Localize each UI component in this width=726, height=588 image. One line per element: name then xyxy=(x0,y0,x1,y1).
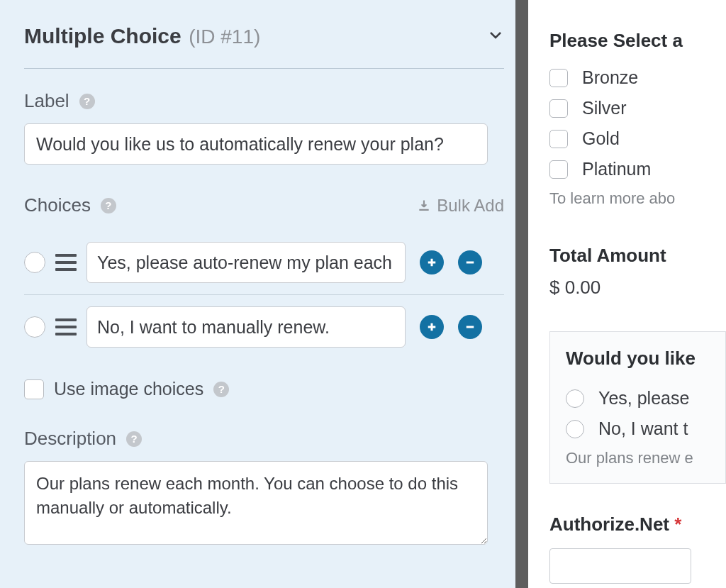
label-section-title: Label xyxy=(24,90,69,112)
label-section-header: Label ? xyxy=(24,90,504,112)
choice-row xyxy=(24,231,504,294)
description-section-title: Description xyxy=(24,428,116,450)
required-indicator: * xyxy=(674,514,681,535)
choices-section-title: Choices xyxy=(24,194,91,216)
choice-input[interactable] xyxy=(86,242,406,283)
choice-default-radio[interactable] xyxy=(24,316,45,338)
renew-option-label: Yes, please xyxy=(598,388,689,409)
choice-row xyxy=(24,294,504,359)
help-icon[interactable]: ? xyxy=(101,198,116,213)
plan-option[interactable]: Platinum xyxy=(549,159,726,179)
plan-option[interactable]: Gold xyxy=(549,128,726,149)
field-type-label: Multiple Choice xyxy=(24,24,182,48)
plan-checkbox[interactable] xyxy=(549,130,568,148)
field-id: (ID #11) xyxy=(189,26,260,48)
renew-radio[interactable] xyxy=(566,420,584,438)
help-icon[interactable]: ? xyxy=(79,94,95,109)
field-editor-panel: Multiple Choice (ID #11) Label ? Choices… xyxy=(0,0,528,588)
authorize-net-input[interactable] xyxy=(549,548,691,584)
chevron-down-icon[interactable] xyxy=(487,26,504,43)
renew-heading: Would you like xyxy=(566,348,710,370)
field-header[interactable]: Multiple Choice (ID #11) xyxy=(24,24,504,69)
help-icon[interactable]: ? xyxy=(126,431,142,447)
total-amount-block: Total Amount $ 0.00 xyxy=(549,245,726,299)
drag-handle-icon[interactable] xyxy=(55,318,77,335)
plan-option-label: Silver xyxy=(582,98,627,118)
remove-choice-button[interactable] xyxy=(458,250,482,274)
total-amount-value: $ 0.00 xyxy=(549,277,726,299)
remove-choice-button[interactable] xyxy=(458,315,482,339)
add-choice-button[interactable] xyxy=(420,250,444,274)
bulk-add-button[interactable]: Bulk Add xyxy=(417,196,504,216)
add-choice-button[interactable] xyxy=(420,315,444,339)
download-icon xyxy=(417,199,431,213)
plan-checkbox[interactable] xyxy=(549,69,568,87)
minus-icon xyxy=(464,256,476,269)
use-image-choices-label: Use image choices xyxy=(54,379,203,399)
panel-divider xyxy=(515,0,528,588)
use-image-choices-checkbox[interactable] xyxy=(24,379,44,399)
authorize-net-block: Authorize.Net * xyxy=(549,514,726,584)
plan-checkbox[interactable] xyxy=(549,160,568,179)
plan-select-heading: Please Select a xyxy=(549,30,726,52)
bulk-add-label: Bulk Add xyxy=(437,196,504,216)
plan-option-label: Gold xyxy=(582,128,620,149)
use-image-choices-row: Use image choices ? xyxy=(24,379,504,399)
renew-radio[interactable] xyxy=(566,389,584,408)
choice-input[interactable] xyxy=(86,306,406,348)
renew-hint-text: Our plans renew e xyxy=(566,449,710,467)
choices-section-header: Choices ? Bulk Add xyxy=(24,194,504,216)
drag-handle-icon[interactable] xyxy=(55,254,77,271)
renew-option-label: No, I want t xyxy=(598,418,688,439)
plus-icon xyxy=(425,321,438,333)
help-icon[interactable]: ? xyxy=(213,382,229,397)
renew-question-card: Would you like Yes, please No, I want t … xyxy=(549,331,726,484)
plan-checkbox[interactable] xyxy=(549,99,568,118)
total-amount-label: Total Amount xyxy=(549,245,726,267)
plus-icon xyxy=(425,256,438,269)
renew-option[interactable]: Yes, please xyxy=(566,388,710,409)
choice-default-radio[interactable] xyxy=(24,252,45,273)
minus-icon xyxy=(464,321,476,333)
choices-list xyxy=(24,231,504,359)
plan-option-label: Platinum xyxy=(582,159,651,179)
plan-option[interactable]: Bronze xyxy=(549,67,726,88)
renew-option[interactable]: No, I want t xyxy=(566,418,710,439)
label-input[interactable] xyxy=(24,123,488,165)
plan-option[interactable]: Silver xyxy=(549,98,726,118)
authorize-net-label: Authorize.Net * xyxy=(549,514,681,535)
plan-hint-text: To learn more abo xyxy=(549,189,726,208)
description-textarea[interactable] xyxy=(24,461,488,545)
plan-option-label: Bronze xyxy=(582,67,638,88)
description-section: Description ? xyxy=(24,428,504,548)
field-title-row: Multiple Choice (ID #11) xyxy=(24,24,260,48)
form-preview-panel: Please Select a Bronze Silver Gold Plati… xyxy=(528,0,726,588)
